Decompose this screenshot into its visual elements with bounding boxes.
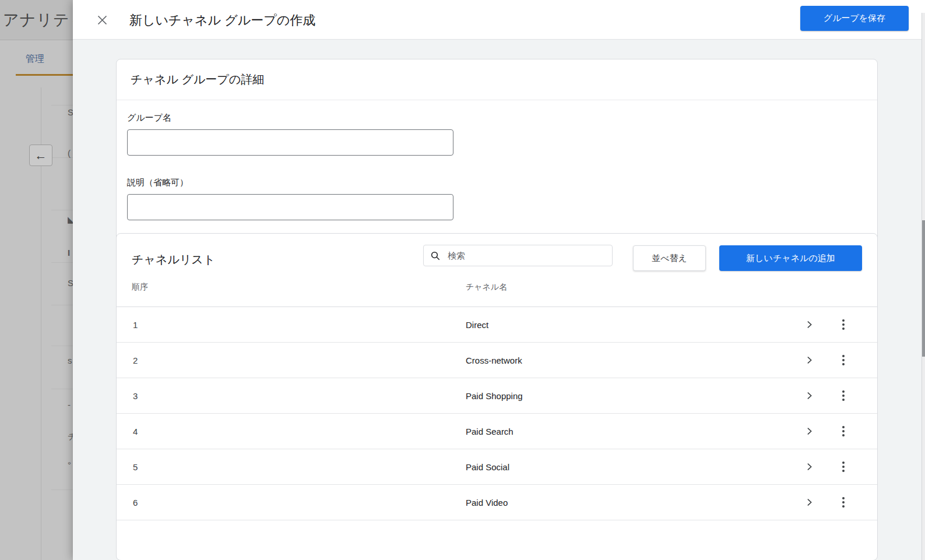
details-card-body: グループ名 説明（省略可） — [117, 100, 877, 220]
close-button[interactable] — [90, 8, 114, 31]
modal-scrim[interactable] — [0, 0, 73, 560]
channel-order-cell: 2 — [133, 355, 138, 365]
dialog-header: 新しいチャネル グループの作成 グループを保存 — [73, 0, 925, 40]
save-group-button[interactable]: グループを保存 — [800, 6, 909, 31]
channel-search-input[interactable] — [446, 250, 606, 261]
channel-row-menu-button[interactable] — [839, 496, 848, 508]
channel-name-cell: Cross-network — [466, 355, 522, 365]
channel-order-cell: 4 — [133, 427, 138, 436]
channel-row[interactable]: 1 Direct — [117, 307, 877, 343]
channel-row-menu-button[interactable] — [839, 461, 848, 473]
scrollbar-thumb[interactable] — [922, 220, 925, 357]
kebab-menu-icon — [842, 390, 845, 393]
chevron-right-icon — [804, 426, 815, 436]
expand-channel-button[interactable] — [804, 390, 815, 401]
description-input[interactable] — [127, 194, 453, 220]
channel-name-cell: Paid Shopping — [466, 391, 523, 401]
channel-name-cell: Direct — [466, 320, 488, 330]
channel-order-cell: 3 — [133, 391, 138, 401]
channel-list-title: チャネルリスト — [132, 252, 215, 267]
channel-list-card: チャネルリスト 並べ替え 新しいチャネルの追加 順序 チャネル名 1 Direc… — [116, 233, 878, 560]
chevron-right-icon — [804, 390, 815, 401]
channel-table-header: 順序 チャネル名 — [117, 270, 877, 307]
channel-row[interactable]: 5 Paid Social — [117, 449, 877, 485]
expand-channel-button[interactable] — [804, 426, 815, 436]
channel-search-box[interactable] — [423, 245, 613, 266]
channel-group-details-card: チャネル グループの詳細 グループ名 説明（省略可） — [116, 59, 878, 254]
kebab-menu-icon — [842, 355, 845, 357]
chevron-right-icon — [804, 355, 815, 365]
chevron-right-icon — [804, 319, 815, 330]
channel-name-cell: Paid Video — [466, 498, 508, 508]
kebab-menu-icon — [842, 462, 845, 464]
channel-order-cell: 1 — [133, 320, 138, 330]
expand-channel-button[interactable] — [804, 355, 815, 365]
column-header-channel-name: チャネル名 — [466, 282, 507, 293]
chevron-right-icon — [804, 462, 815, 472]
kebab-menu-icon — [842, 319, 845, 322]
channel-name-cell: Paid Social — [466, 462, 509, 472]
background-page: アナリティ 管理 ← S(◣ISs-チ° — [0, 0, 73, 560]
channel-row-menu-button[interactable] — [839, 390, 848, 401]
chevron-right-icon — [804, 497, 815, 508]
close-icon — [96, 14, 108, 26]
channel-row[interactable]: 4 Paid Search — [117, 414, 877, 449]
channel-name-cell: Paid Search — [466, 427, 514, 436]
channel-order-cell: 6 — [133, 498, 138, 508]
channel-list-header: チャネルリスト 並べ替え 新しいチャネルの追加 — [117, 234, 877, 270]
search-icon — [430, 251, 441, 261]
details-card-title: チャネル グループの詳細 — [117, 59, 877, 100]
channel-table-body: 1 Direct 2 Cross-network — [117, 307, 877, 520]
channel-row-menu-button[interactable] — [839, 354, 848, 366]
dialog-title: 新しいチャネル グループの作成 — [129, 12, 315, 29]
sort-button[interactable]: 並べ替え — [633, 245, 706, 271]
expand-channel-button[interactable] — [804, 319, 815, 330]
column-header-order: 順序 — [132, 282, 148, 293]
channel-row[interactable]: 6 Paid Video — [117, 485, 877, 520]
create-channel-group-dialog: 新しいチャネル グループの作成 グループを保存 チャネル グループの詳細 グルー… — [73, 0, 925, 560]
group-name-input[interactable] — [127, 129, 453, 156]
channel-row-menu-button[interactable] — [839, 319, 848, 330]
group-name-label: グループ名 — [127, 112, 863, 124]
kebab-menu-icon — [842, 426, 845, 428]
kebab-menu-icon — [842, 497, 845, 499]
expand-channel-button[interactable] — [804, 497, 815, 508]
channel-row[interactable]: 2 Cross-network — [117, 343, 877, 378]
description-label: 説明（省略可） — [127, 177, 863, 188]
channel-row[interactable]: 3 Paid Shopping — [117, 378, 877, 414]
expand-channel-button[interactable] — [804, 462, 815, 472]
add-new-channel-button[interactable]: 新しいチャネルの追加 — [719, 245, 862, 271]
channel-order-cell: 5 — [133, 462, 138, 472]
channel-row-menu-button[interactable] — [839, 425, 848, 437]
